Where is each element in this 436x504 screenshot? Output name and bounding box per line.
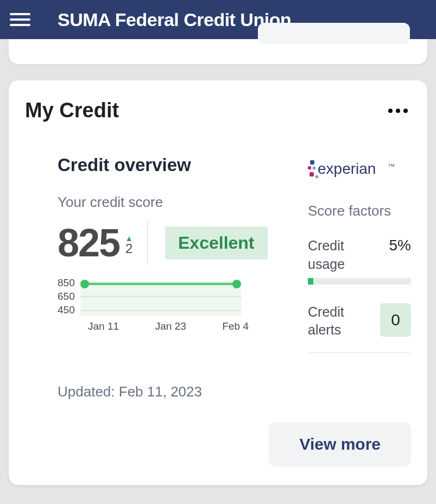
chart-x-axis: Jan 11 Jan 23 Feb 4 [58, 320, 249, 332]
y-tick: 450 [58, 304, 75, 316]
previous-card-button[interactable] [258, 23, 410, 45]
score-chart: 850 650 450 [58, 277, 292, 316]
credit-usage-bar [308, 278, 411, 285]
credit-usage-label: Credit usage [308, 237, 362, 274]
experian-logo: experian TM [308, 159, 411, 183]
svg-rect-8 [308, 166, 311, 169]
menu-icon[interactable] [10, 9, 30, 30]
x-tick: Feb 4 [222, 320, 249, 332]
score-change-value: 2 [125, 242, 132, 255]
svg-point-6 [232, 280, 241, 288]
credit-alerts-label: Credit alerts [308, 303, 362, 340]
credit-score-subtitle: Your credit score [58, 194, 292, 211]
chart-plot [80, 277, 241, 316]
credit-usage-bar-fill [308, 278, 313, 285]
svg-rect-7 [310, 160, 314, 165]
updated-prefix: Updated: [58, 383, 119, 400]
previous-card-partial [9, 39, 427, 64]
chart-y-axis: 850 650 450 [58, 277, 75, 316]
svg-rect-10 [309, 172, 314, 177]
score-factors-title: Score factors [308, 203, 411, 219]
svg-point-5 [80, 280, 89, 288]
credit-overview-right: experian TM Score factors Credit usage 5… [308, 155, 411, 353]
more-options-icon[interactable] [385, 105, 411, 116]
y-tick: 850 [58, 277, 75, 289]
updated-date: Feb 11, 2023 [119, 383, 202, 400]
credit-usage-value: 5% [389, 237, 411, 254]
credit-alerts-row: Credit alerts 0 [308, 303, 411, 340]
credit-overview-row: Credit overview Your credit score 825 ▲ … [25, 155, 411, 353]
svg-text:experian: experian [318, 160, 376, 177]
credit-score-value: 825 [58, 223, 119, 262]
view-more-wrap: View more [25, 422, 411, 467]
card-title: My Credit [25, 99, 119, 122]
credit-overview-left: Credit overview Your credit score 825 ▲ … [58, 155, 292, 353]
x-tick: Jan 11 [88, 320, 119, 332]
vertical-divider [147, 220, 148, 265]
view-more-button[interactable]: View more [269, 422, 411, 467]
y-tick: 650 [58, 291, 75, 303]
my-credit-card: My Credit Credit overview Your credit sc… [9, 80, 427, 485]
updated-text: Updated: Feb 11, 2023 [25, 383, 411, 400]
page-content: My Credit Credit overview Your credit sc… [0, 39, 436, 494]
horizontal-divider [308, 352, 411, 353]
rating-badge: Excellent [165, 226, 268, 260]
svg-text:TM: TM [388, 163, 395, 168]
credit-overview-title: Credit overview [58, 155, 292, 175]
card-header: My Credit [25, 99, 411, 122]
x-tick: Jan 23 [155, 320, 186, 332]
score-change: ▲ 2 [125, 234, 133, 255]
svg-rect-9 [313, 167, 315, 169]
credit-usage-row: Credit usage 5% [308, 237, 411, 274]
app-title: SUMA Federal Credit Union [58, 9, 291, 30]
score-row: 825 ▲ 2 Excellent [58, 220, 292, 265]
credit-alerts-value: 0 [380, 303, 411, 337]
